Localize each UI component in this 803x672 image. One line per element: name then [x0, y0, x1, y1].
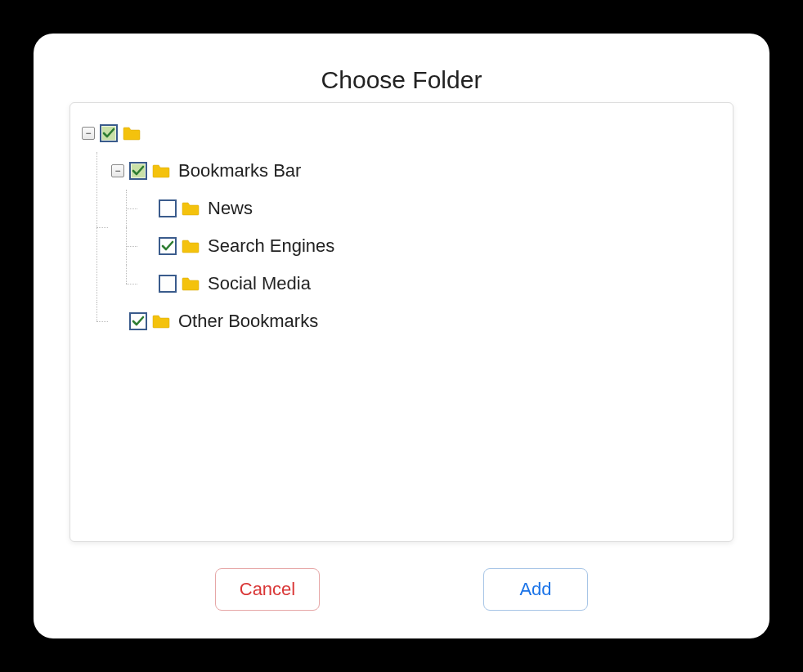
- folder-tree-panel: − −: [70, 102, 733, 542]
- tree-node-social-media[interactable]: Social Media: [141, 265, 726, 302]
- collapse-icon[interactable]: −: [111, 164, 124, 177]
- folder-icon: [152, 314, 170, 329]
- checkbox-social-media[interactable]: [159, 275, 177, 293]
- dialog-button-row: Cancel Add: [70, 565, 733, 611]
- checkbox-news[interactable]: [159, 199, 177, 217]
- folder-icon: [152, 164, 170, 178]
- folder-icon: [182, 201, 200, 216]
- folder-icon: [123, 126, 141, 141]
- folder-tree: − −: [77, 114, 726, 340]
- tree-node-label: News: [208, 198, 253, 219]
- folder-icon: [182, 276, 200, 291]
- tree-node-label: Social Media: [208, 273, 311, 294]
- tree-node-other-bookmarks[interactable]: Other Bookmarks: [111, 302, 726, 340]
- tree-node-bookmarks-bar[interactable]: − Bookmarks Bar: [111, 152, 726, 190]
- checkbox-search-engines[interactable]: [159, 237, 177, 255]
- tree-node-label: Bookmarks Bar: [178, 160, 301, 181]
- checkbox-root[interactable]: [100, 124, 118, 142]
- cancel-button[interactable]: Cancel: [215, 568, 320, 611]
- tree-node-label: Search Engines: [208, 235, 334, 257]
- folder-icon: [182, 239, 200, 253]
- tree-node-root[interactable]: −: [82, 114, 726, 152]
- dialog-title: Choose Folder: [70, 66, 733, 94]
- tree-node-search-engines[interactable]: Search Engines: [141, 227, 726, 265]
- tree-node-news[interactable]: News: [141, 190, 726, 227]
- tree-node-label: Other Bookmarks: [178, 311, 318, 332]
- checkbox-bookmarks-bar[interactable]: [129, 162, 147, 180]
- choose-folder-dialog: Choose Folder −: [34, 34, 769, 638]
- checkbox-other-bookmarks[interactable]: [129, 312, 147, 330]
- add-button[interactable]: Add: [483, 568, 588, 611]
- collapse-icon[interactable]: −: [82, 127, 95, 140]
